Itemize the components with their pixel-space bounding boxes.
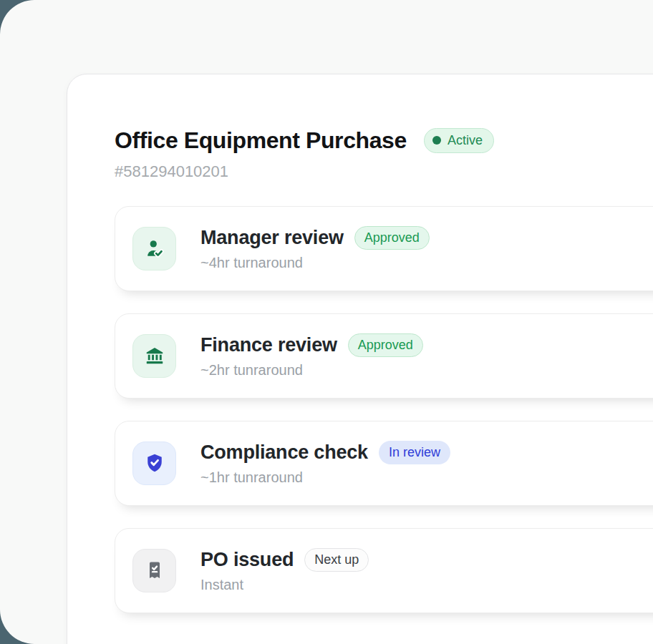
card-content: Office Equipment Purchase Active #581294… (67, 74, 653, 613)
status-badge-label: Active (448, 132, 483, 149)
step-body: PO issued Next up Instant (200, 548, 369, 593)
step-title: PO issued (200, 549, 294, 571)
step-title: Compliance check (200, 441, 368, 464)
background-panel: Office Equipment Purchase Active #581294… (0, 0, 653, 644)
workflow-card: Office Equipment Purchase Active #581294… (67, 74, 653, 644)
step-body: Finance review Approved ~2hr tunraround (200, 333, 423, 379)
step-title: Finance review (200, 334, 337, 356)
step-title-row: Compliance check In review (200, 441, 450, 464)
step-icon-tile (132, 441, 176, 485)
step-icon-tile (132, 334, 176, 378)
step-icon-tile (132, 227, 176, 270)
step-title-row: Finance review Approved (200, 333, 423, 357)
step-title: Manager review (200, 227, 344, 249)
step-subtitle: ~4hr turnaround (200, 255, 430, 271)
step-status-badge: In review (379, 441, 450, 464)
step-subtitle: ~1hr tunraround (200, 469, 450, 486)
status-dot-icon (432, 136, 441, 145)
step-subtitle: Instant (200, 577, 369, 593)
workflow-step-card[interactable]: Finance review Approved ~2hr tunraround (115, 313, 653, 399)
workflow-step-card[interactable]: Manager review Approved ~4hr turnaround (115, 206, 653, 291)
shield-check-icon (144, 452, 165, 474)
status-badge: Active (424, 128, 494, 153)
step-subtitle: ~2hr tunraround (200, 362, 423, 379)
step-status-badge: Approved (348, 333, 423, 357)
workflow-steps-list: Manager review Approved ~4hr turnaround (115, 206, 653, 613)
step-title-row: Manager review Approved (200, 226, 430, 250)
step-icon-tile (132, 549, 176, 592)
step-status-badge: Approved (354, 226, 430, 250)
user-check-icon (144, 238, 165, 259)
bank-icon (144, 345, 165, 366)
step-body: Compliance check In review ~1hr tunrarou… (200, 441, 450, 486)
header-row: Office Equipment Purchase Active (115, 127, 653, 154)
page-title: Office Equipment Purchase (115, 127, 407, 154)
workflow-step-card[interactable]: Compliance check In review ~1hr tunrarou… (115, 421, 653, 506)
step-body: Manager review Approved ~4hr turnaround (200, 226, 430, 271)
receipt-icon (144, 560, 165, 581)
step-title-row: PO issued Next up (200, 548, 369, 572)
workflow-step-card[interactable]: PO issued Next up Instant (115, 528, 653, 613)
step-status-badge: Next up (304, 548, 369, 572)
order-id: #581294010201 (115, 162, 653, 181)
